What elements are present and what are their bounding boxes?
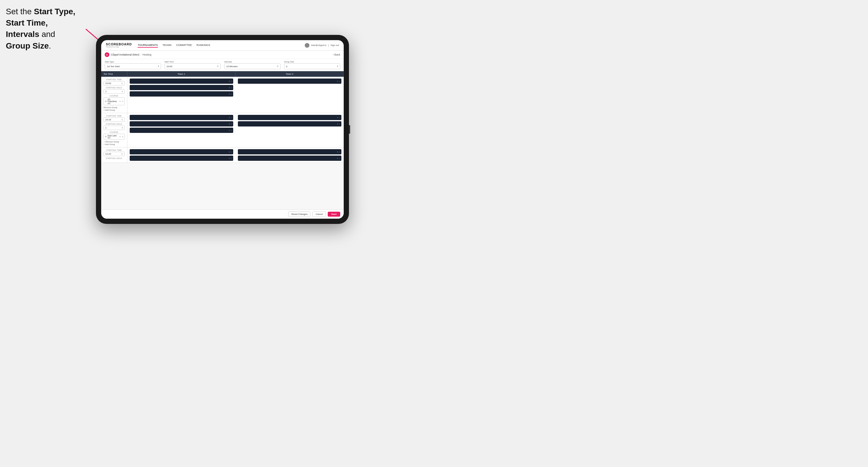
col-team2: Team 2 <box>236 71 344 77</box>
slot-edit-icon[interactable]: ○ <box>339 123 340 125</box>
user-email: blair@clippd.io <box>311 44 327 46</box>
group-2-actions: ○ Remove Group + Add Group <box>103 141 125 146</box>
intervals-label: Intervals <box>224 61 281 63</box>
intervals-chevron: ⊙ <box>277 65 279 67</box>
logo-area: SCOREBOARD Powered by clipp <box>106 43 132 48</box>
slot-edit-icon[interactable]: ○ <box>231 151 232 153</box>
group-row-3: STARTING TIME: 10:20 ⊙ STARTING HOLE: × … <box>101 148 344 163</box>
team-slot-5-1[interactable]: × ○ <box>130 149 233 154</box>
save-button[interactable]: Save <box>328 212 340 217</box>
group-1-time-value[interactable]: 10:00 ⊙ <box>103 81 125 86</box>
group-1-team1: × ○ × ○ × ○ <box>127 77 236 113</box>
course-remove-x2[interactable]: × <box>122 100 123 102</box>
slot-x-icon[interactable]: × <box>229 93 230 95</box>
slot-x-icon[interactable]: × <box>229 123 230 125</box>
group-2-hole-value[interactable]: 1 ▾ <box>103 126 125 130</box>
group-size-group: Group Size 3 ▾ <box>284 61 341 69</box>
team-slot-6-1[interactable]: × ○ <box>238 149 341 154</box>
team-slot-1-2[interactable]: × ○ <box>130 85 233 90</box>
group-1-hole-label: STARTING HOLE: <box>103 87 125 89</box>
cancel-button[interactable]: Cancel <box>312 211 326 217</box>
slot-x-icon[interactable]: × <box>337 117 338 119</box>
team-slot-3-3[interactable]: × ○ <box>130 128 233 133</box>
slot-edit-icon[interactable]: ○ <box>231 117 232 119</box>
course-remove-x2[interactable]: × <box>122 136 123 138</box>
group-2-course-chip[interactable]: ⊞ East Lake GC × × <box>103 134 125 139</box>
remove-group-2-btn[interactable]: ○ Remove Group <box>103 141 125 143</box>
nav-link-teams[interactable]: TEAMS <box>162 43 172 48</box>
group-3-left: STARTING TIME: 10:20 ⊙ STARTING HOLE: <box>101 148 127 162</box>
start-type-select[interactable]: 1st Tee Start ▾ <box>105 63 161 69</box>
group-size-chevron: ▾ <box>337 65 338 67</box>
slot-x-icon[interactable]: × <box>229 80 230 82</box>
group-row-1: STARTING TIME: 10:00 ⊙ STARTING HOLE: 1 … <box>101 77 344 113</box>
hole-chevron: ▾ <box>122 90 123 93</box>
group-size-select[interactable]: 3 ▾ <box>284 63 341 69</box>
breadcrumb-separator: › <box>141 53 141 56</box>
course-remove-x[interactable]: × <box>120 136 121 138</box>
start-time-label: Start Time <box>164 61 221 63</box>
slot-x-icon[interactable]: × <box>337 123 338 125</box>
instruction-bold1: Start Type, <box>34 7 75 16</box>
nav-right: blair@clippd.io | Sign out <box>305 43 339 48</box>
group-1-team2: × ○ <box>236 77 344 113</box>
group-2-team2: × ○ × ○ <box>236 113 344 147</box>
team-slot-4-1[interactable]: × ○ <box>238 115 341 120</box>
slot-edit-icon[interactable]: ○ <box>231 93 232 95</box>
breadcrumb-tournament[interactable]: Clippd Invitational (Men) <box>111 53 139 56</box>
instruction-line4: and <box>39 30 55 39</box>
bottom-bar: Reset Changes Cancel Save <box>101 209 344 219</box>
add-group-2-btn[interactable]: + Add Group <box>103 143 125 146</box>
group-3-time-value[interactable]: 10:20 ⊙ <box>103 152 125 156</box>
slot-x-icon[interactable]: × <box>337 151 338 153</box>
nav-link-committee[interactable]: COMMITTEE <box>176 43 192 48</box>
slot-x-icon[interactable]: × <box>337 80 338 82</box>
slot-x-icon[interactable]: × <box>229 157 230 159</box>
back-button[interactable]: ‹ Back <box>333 53 340 56</box>
slot-edit-icon[interactable]: ○ <box>231 129 232 131</box>
team-slot-1-1[interactable]: × ○ <box>130 79 233 84</box>
team-slot-2-1[interactable]: × ○ <box>238 79 341 84</box>
slot-edit-icon[interactable]: ○ <box>339 117 340 119</box>
intervals-select[interactable]: 10 Minutes ⊙ <box>224 63 281 69</box>
logo-text: SCOREBOARD <box>106 43 132 46</box>
nav-link-tournaments[interactable]: TOURNAMENTS <box>137 43 158 48</box>
team-slot-6-2[interactable]: × ○ <box>238 156 341 161</box>
slot-edit-icon[interactable]: ○ <box>339 157 340 159</box>
group-1-hole-value[interactable]: 1 ▾ <box>103 89 125 94</box>
start-time-select[interactable]: 10:00 ⊙ <box>164 63 221 69</box>
team-slot-3-2[interactable]: × ○ <box>130 121 233 126</box>
tablet-screen: SCOREBOARD Powered by clipp TOURNAMENTS … <box>101 40 344 219</box>
team-slot-4-2[interactable]: × ○ <box>238 121 341 126</box>
col-team1: Team 1 <box>127 71 236 77</box>
course-remove-x[interactable]: × <box>120 100 121 102</box>
remove-group-1-btn[interactable]: Remove Group <box>103 106 125 108</box>
slot-x-icon[interactable]: × <box>229 129 230 131</box>
logo-sub: Powered by clipp <box>106 46 132 48</box>
table-header: Tee Time Team 1 Team 2 <box>101 71 344 77</box>
slot-edit-icon[interactable]: ○ <box>231 87 232 89</box>
team-slot-1-3[interactable]: × ○ <box>130 91 233 97</box>
slot-edit-icon[interactable]: ○ <box>231 80 232 82</box>
instruction-line6: . <box>49 41 51 50</box>
slot-x-icon[interactable]: × <box>229 87 230 89</box>
intervals-group: Intervals 10 Minutes ⊙ <box>224 61 281 69</box>
slot-edit-icon[interactable]: ○ <box>231 123 232 125</box>
sign-out-link[interactable]: Sign out <box>331 44 339 46</box>
slot-x-icon[interactable]: × <box>229 117 230 119</box>
group-3-time-label: STARTING TIME: <box>103 149 125 151</box>
group-1-course-chip[interactable]: ⊞ (A) Peachtree GC × × <box>103 97 125 105</box>
slot-x-icon[interactable]: × <box>337 157 338 159</box>
slot-edit-icon[interactable]: ○ <box>339 151 340 153</box>
team-slot-5-2[interactable]: × ○ <box>130 156 233 161</box>
group-2-time-value[interactable]: 10:10 ⊙ <box>103 118 125 122</box>
nav-link-rankings[interactable]: RANKINGS <box>196 43 210 48</box>
group-1-left: STARTING TIME: 10:00 ⊙ STARTING HOLE: 1 … <box>101 77 127 113</box>
slot-x-icon[interactable]: × <box>229 151 230 153</box>
team-slot-3-1[interactable]: × ○ <box>130 115 233 120</box>
slot-edit-icon[interactable]: ○ <box>339 80 340 82</box>
slot-edit-icon[interactable]: ○ <box>231 157 232 159</box>
group-2-course-label: COURSE: <box>103 131 125 133</box>
add-group-1-btn[interactable]: + Add Group <box>103 109 125 111</box>
reset-changes-button[interactable]: Reset Changes <box>288 211 311 217</box>
